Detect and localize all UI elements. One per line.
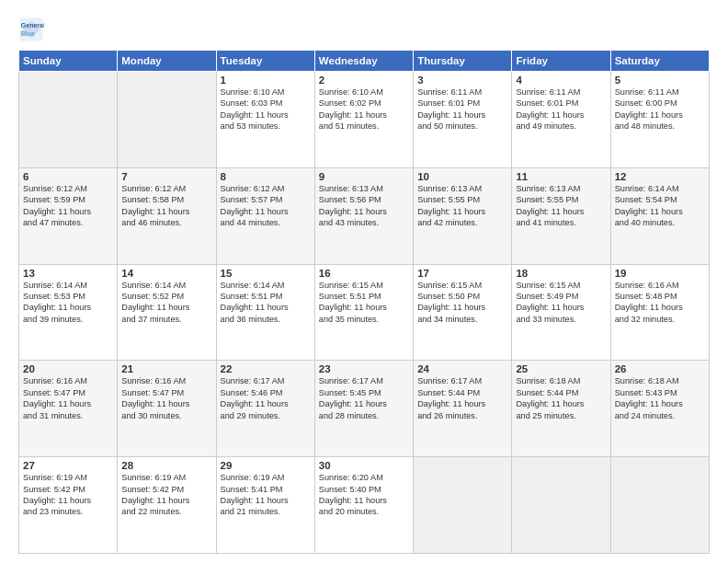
day-number: 1: [221, 75, 311, 86]
day-number: 19: [615, 268, 705, 279]
day-detail: Sunrise: 6:12 AM Sunset: 5:58 PM Dayligh…: [121, 183, 211, 229]
week-row-3: 13Sunrise: 6:14 AM Sunset: 5:53 PM Dayli…: [19, 264, 710, 361]
day-number: 2: [319, 75, 409, 86]
calendar-table: SundayMondayTuesdayWednesdayThursdayFrid…: [18, 50, 710, 554]
day-detail: Sunrise: 6:12 AM Sunset: 5:57 PM Dayligh…: [221, 183, 311, 229]
day-number: 21: [121, 363, 211, 374]
day-number: 5: [615, 75, 705, 86]
week-row-5: 27Sunrise: 6:19 AM Sunset: 5:42 PM Dayli…: [19, 457, 710, 554]
weekday-header-row: SundayMondayTuesdayWednesdayThursdayFrid…: [19, 51, 710, 72]
day-number: 9: [319, 171, 409, 182]
week-row-1: 1Sunrise: 6:10 AM Sunset: 6:03 PM Daylig…: [19, 72, 710, 168]
day-number: 15: [221, 268, 311, 279]
logo-icon: General Blue: [18, 17, 44, 42]
svg-text:General: General: [21, 22, 44, 29]
day-detail: Sunrise: 6:18 AM Sunset: 5:44 PM Dayligh…: [516, 375, 606, 421]
calendar-cell: 29Sunrise: 6:19 AM Sunset: 5:41 PM Dayli…: [216, 457, 314, 554]
day-detail: Sunrise: 6:15 AM Sunset: 5:49 PM Dayligh…: [516, 280, 606, 326]
day-detail: Sunrise: 6:10 AM Sunset: 6:02 PM Dayligh…: [319, 86, 409, 132]
calendar-cell: 19Sunrise: 6:16 AM Sunset: 5:48 PM Dayli…: [610, 264, 709, 361]
week-row-4: 20Sunrise: 6:16 AM Sunset: 5:47 PM Dayli…: [19, 361, 710, 457]
day-detail: Sunrise: 6:13 AM Sunset: 5:55 PM Dayligh…: [516, 183, 606, 229]
logo: General Blue: [18, 17, 48, 42]
day-detail: Sunrise: 6:15 AM Sunset: 5:51 PM Dayligh…: [319, 280, 409, 326]
day-detail: Sunrise: 6:15 AM Sunset: 5:50 PM Dayligh…: [417, 280, 507, 326]
day-number: 26: [615, 363, 705, 374]
header: General Blue: [18, 17, 710, 42]
calendar-cell: 13Sunrise: 6:14 AM Sunset: 5:53 PM Dayli…: [19, 264, 118, 361]
day-detail: Sunrise: 6:11 AM Sunset: 6:00 PM Dayligh…: [615, 86, 705, 132]
day-detail: Sunrise: 6:14 AM Sunset: 5:53 PM Dayligh…: [23, 280, 113, 326]
calendar-cell: 18Sunrise: 6:15 AM Sunset: 5:49 PM Dayli…: [512, 264, 610, 361]
day-detail: Sunrise: 6:14 AM Sunset: 5:54 PM Dayligh…: [615, 183, 705, 229]
calendar-cell: 12Sunrise: 6:14 AM Sunset: 5:54 PM Dayli…: [610, 167, 709, 264]
calendar-cell: 2Sunrise: 6:10 AM Sunset: 6:02 PM Daylig…: [314, 72, 413, 168]
day-number: 10: [417, 171, 507, 182]
day-number: 25: [516, 363, 606, 374]
day-number: 24: [417, 363, 507, 374]
weekday-header-tuesday: Tuesday: [216, 51, 314, 72]
day-detail: Sunrise: 6:19 AM Sunset: 5:42 PM Dayligh…: [121, 472, 211, 518]
calendar-cell: 15Sunrise: 6:14 AM Sunset: 5:51 PM Dayli…: [216, 264, 314, 361]
day-number: 28: [121, 460, 211, 471]
calendar-cell: [19, 72, 118, 168]
day-detail: Sunrise: 6:17 AM Sunset: 5:45 PM Dayligh…: [319, 375, 409, 421]
calendar-cell: 27Sunrise: 6:19 AM Sunset: 5:42 PM Dayli…: [19, 457, 118, 554]
calendar-cell: 25Sunrise: 6:18 AM Sunset: 5:44 PM Dayli…: [512, 361, 610, 457]
calendar-cell: [118, 72, 216, 168]
day-detail: Sunrise: 6:14 AM Sunset: 5:52 PM Dayligh…: [121, 280, 211, 326]
day-detail: Sunrise: 6:11 AM Sunset: 6:01 PM Dayligh…: [516, 86, 606, 132]
weekday-header-thursday: Thursday: [414, 51, 512, 72]
calendar-cell: 4Sunrise: 6:11 AM Sunset: 6:01 PM Daylig…: [512, 72, 610, 168]
day-detail: Sunrise: 6:16 AM Sunset: 5:47 PM Dayligh…: [23, 375, 113, 421]
day-number: 30: [319, 460, 409, 471]
calendar-cell: 16Sunrise: 6:15 AM Sunset: 5:51 PM Dayli…: [314, 264, 413, 361]
calendar-cell: 3Sunrise: 6:11 AM Sunset: 6:01 PM Daylig…: [414, 72, 512, 168]
calendar-cell: 17Sunrise: 6:15 AM Sunset: 5:50 PM Dayli…: [414, 264, 512, 361]
calendar-cell: 30Sunrise: 6:20 AM Sunset: 5:40 PM Dayli…: [314, 457, 413, 554]
calendar-cell: 21Sunrise: 6:16 AM Sunset: 5:47 PM Dayli…: [118, 361, 216, 457]
day-number: 4: [516, 75, 606, 86]
weekday-header-sunday: Sunday: [19, 51, 118, 72]
day-number: 23: [319, 363, 409, 374]
day-detail: Sunrise: 6:17 AM Sunset: 5:46 PM Dayligh…: [221, 375, 311, 421]
calendar-cell: 1Sunrise: 6:10 AM Sunset: 6:03 PM Daylig…: [216, 72, 314, 168]
day-number: 8: [221, 171, 311, 182]
day-detail: Sunrise: 6:10 AM Sunset: 6:03 PM Dayligh…: [221, 86, 311, 132]
weekday-header-monday: Monday: [118, 51, 216, 72]
day-detail: Sunrise: 6:19 AM Sunset: 5:41 PM Dayligh…: [221, 472, 311, 518]
calendar-cell: 22Sunrise: 6:17 AM Sunset: 5:46 PM Dayli…: [216, 361, 314, 457]
calendar-cell: 23Sunrise: 6:17 AM Sunset: 5:45 PM Dayli…: [314, 361, 413, 457]
day-number: 20: [23, 363, 113, 374]
calendar-cell: 11Sunrise: 6:13 AM Sunset: 5:55 PM Dayli…: [512, 167, 610, 264]
day-number: 11: [516, 171, 606, 182]
calendar-cell: 10Sunrise: 6:13 AM Sunset: 5:55 PM Dayli…: [414, 167, 512, 264]
day-number: 29: [221, 460, 311, 471]
day-number: 16: [319, 268, 409, 279]
weekday-header-friday: Friday: [512, 51, 610, 72]
page: General Blue SundayMondayTuesdayWednesda…: [0, 0, 728, 563]
calendar-cell: 20Sunrise: 6:16 AM Sunset: 5:47 PM Dayli…: [19, 361, 118, 457]
calendar-cell: 9Sunrise: 6:13 AM Sunset: 5:56 PM Daylig…: [314, 167, 413, 264]
day-detail: Sunrise: 6:14 AM Sunset: 5:51 PM Dayligh…: [221, 280, 311, 326]
day-detail: Sunrise: 6:13 AM Sunset: 5:55 PM Dayligh…: [417, 183, 507, 229]
day-detail: Sunrise: 6:20 AM Sunset: 5:40 PM Dayligh…: [319, 472, 409, 518]
calendar-cell: [414, 457, 512, 554]
day-detail: Sunrise: 6:19 AM Sunset: 5:42 PM Dayligh…: [23, 472, 113, 518]
day-number: 27: [23, 460, 113, 471]
day-detail: Sunrise: 6:18 AM Sunset: 5:43 PM Dayligh…: [615, 375, 705, 421]
svg-text:Blue: Blue: [21, 30, 35, 37]
calendar-cell: 24Sunrise: 6:17 AM Sunset: 5:44 PM Dayli…: [414, 361, 512, 457]
day-number: 6: [23, 171, 113, 182]
day-number: 22: [221, 363, 311, 374]
day-number: 17: [417, 268, 507, 279]
calendar-cell: 28Sunrise: 6:19 AM Sunset: 5:42 PM Dayli…: [118, 457, 216, 554]
calendar-cell: 5Sunrise: 6:11 AM Sunset: 6:00 PM Daylig…: [610, 72, 709, 168]
week-row-2: 6Sunrise: 6:12 AM Sunset: 5:59 PM Daylig…: [19, 167, 710, 264]
day-detail: Sunrise: 6:16 AM Sunset: 5:47 PM Dayligh…: [121, 375, 211, 421]
calendar-cell: [512, 457, 610, 554]
weekday-header-wednesday: Wednesday: [314, 51, 413, 72]
calendar-cell: 14Sunrise: 6:14 AM Sunset: 5:52 PM Dayli…: [118, 264, 216, 361]
day-detail: Sunrise: 6:11 AM Sunset: 6:01 PM Dayligh…: [417, 86, 507, 132]
day-number: 13: [23, 268, 113, 279]
